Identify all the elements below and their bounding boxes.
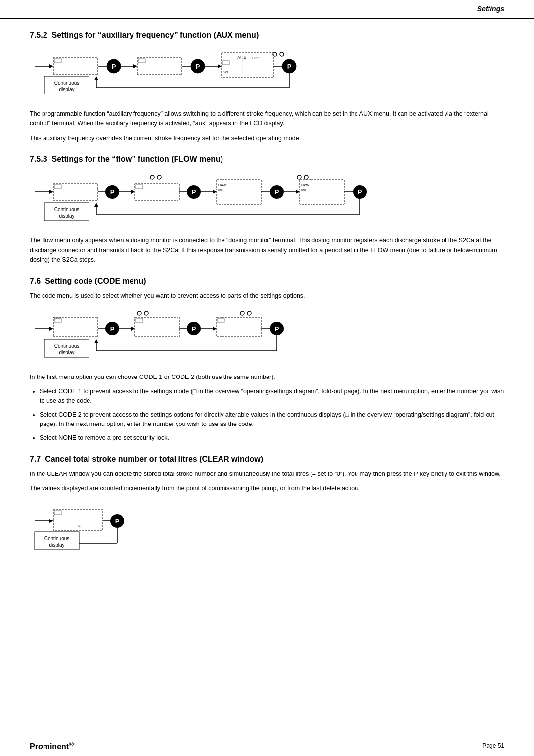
svg-text:Set: Set: [223, 70, 228, 74]
svg-text:Continuous: Continuous: [54, 80, 80, 86]
svg-rect-2: [53, 58, 98, 75]
svg-point-36: [297, 175, 301, 179]
svg-marker-46: [131, 190, 135, 194]
svg-text:P: P: [275, 189, 279, 196]
diagram-753-svg: P P Flow Set P: [30, 170, 475, 227]
svg-point-78: [247, 311, 251, 315]
svg-text:display: display: [59, 213, 74, 219]
svg-rect-97: [217, 317, 261, 337]
svg-text:N: N: [78, 524, 81, 528]
svg-text:P: P: [110, 189, 115, 196]
svg-marker-89: [131, 327, 135, 331]
svg-point-23: [280, 52, 284, 56]
section-76: 7.6 Setting code (CODE menu) The code me…: [30, 277, 504, 443]
svg-rect-16: [222, 53, 273, 78]
section-76-intro: In the first menu option you can choose …: [30, 373, 504, 382]
section-77-heading: 7.7 Cancel total stroke number or total …: [30, 455, 504, 464]
diagram-752: P P AUX Set: [30, 46, 504, 101]
diagram-752-svg: P P AUX Set: [30, 46, 405, 100]
section-752: 7.5.2 Settings for “auxiliary frequency”…: [30, 31, 504, 143]
svg-text:Flow: Flow: [218, 183, 226, 187]
svg-text:P: P: [287, 63, 292, 70]
svg-text:P: P: [115, 518, 120, 525]
section-76-para1: The code menu is used to select whether …: [30, 291, 504, 301]
section-77: 7.7 Cancel total stroke number or total …: [30, 455, 504, 557]
bullet-code2: Select CODE 2 to prevent access to the s…: [40, 410, 504, 429]
svg-text:display: display: [59, 87, 74, 92]
svg-rect-3: [54, 59, 61, 63]
diagram-77-svg: N P Continuous display: [30, 499, 178, 556]
svg-text:Set: Set: [218, 188, 223, 191]
footer-logo: Prominent®: [30, 740, 74, 751]
svg-text:display: display: [49, 542, 64, 548]
section-753-para1: The flow menu only appears when a dosing…: [30, 236, 504, 265]
svg-rect-48: [136, 185, 143, 189]
section-752-heading: 7.5.2 Settings for “auxiliary frequency”…: [30, 31, 504, 40]
svg-text:Freq: Freq: [252, 56, 260, 60]
svg-marker-80: [49, 327, 53, 331]
bullet-none: Select NONE to remove a pre-set security…: [40, 433, 504, 443]
svg-text:AUX: AUX: [237, 55, 247, 60]
section-77-para2: The values displayed are counted increme…: [30, 484, 504, 493]
section-752-para1: The programmable function “auxiliary fre…: [30, 109, 504, 129]
svg-point-34: [150, 175, 154, 179]
svg-text:P: P: [358, 189, 362, 196]
diagram-76-svg: P P P: [30, 306, 376, 363]
svg-text:P: P: [196, 63, 200, 70]
svg-marker-39: [49, 190, 53, 194]
svg-rect-98: [218, 318, 224, 322]
svg-rect-10: [138, 59, 145, 63]
svg-marker-96: [213, 327, 217, 331]
svg-text:Set: Set: [301, 188, 306, 191]
svg-rect-91: [136, 318, 143, 322]
svg-point-35: [157, 175, 161, 179]
svg-marker-105: [94, 339, 98, 343]
svg-rect-47: [135, 184, 179, 200]
svg-text:P: P: [110, 325, 115, 332]
diagram-77: N P Continuous display: [30, 499, 504, 557]
section-76-heading: 7.6 Setting code (CODE menu): [30, 277, 504, 285]
svg-rect-112: [54, 511, 61, 515]
svg-rect-40: [53, 184, 98, 200]
bullet-code1: Select CODE 1 to prevent access to the s…: [40, 387, 504, 406]
svg-text:Continuous: Continuous: [54, 343, 80, 349]
section-753-heading: 7.5.3 Settings for the “flow” function (…: [30, 155, 504, 164]
svg-marker-61: [296, 190, 300, 194]
section-77-para1: In the CLEAR window you can delete the s…: [30, 470, 504, 479]
svg-marker-1: [49, 64, 53, 68]
svg-marker-8: [134, 64, 137, 68]
section-753: 7.5.3 Settings for the “flow” function (…: [30, 155, 504, 265]
header-title: Settings: [477, 5, 504, 13]
svg-marker-71: [94, 203, 98, 207]
svg-marker-53: [213, 190, 217, 194]
svg-text:Continuous: Continuous: [54, 207, 80, 212]
diagram-76: P P P: [30, 306, 504, 365]
page-content: 7.5.2 Settings for “auxiliary frequency”…: [0, 31, 534, 595]
section-76-bullets: Select CODE 1 to prevent access to the s…: [40, 387, 504, 443]
diagram-753: P P Flow Set P: [30, 170, 504, 228]
svg-text:Continuous: Continuous: [44, 536, 70, 541]
svg-text:P: P: [275, 325, 279, 332]
section-752-para2: This auxiliary frequency overrides the c…: [30, 134, 504, 143]
svg-text:Flow: Flow: [301, 183, 309, 187]
svg-point-37: [304, 175, 308, 179]
footer-page-number: Page 51: [482, 742, 504, 749]
svg-point-77: [240, 311, 244, 315]
svg-text:P: P: [192, 325, 196, 332]
footer: Prominent® Page 51: [0, 735, 534, 756]
svg-point-76: [144, 311, 148, 315]
svg-rect-41: [54, 185, 61, 189]
svg-rect-90: [135, 317, 179, 337]
svg-rect-18: [222, 61, 229, 65]
svg-rect-81: [53, 317, 98, 337]
svg-text:P: P: [112, 63, 116, 70]
svg-text:P: P: [192, 189, 196, 196]
svg-rect-9: [137, 58, 182, 75]
svg-marker-30: [94, 76, 98, 80]
svg-marker-15: [218, 64, 222, 68]
header: Settings: [0, 0, 534, 19]
svg-text:display: display: [59, 350, 74, 355]
svg-marker-110: [49, 519, 53, 523]
svg-point-75: [137, 311, 141, 315]
